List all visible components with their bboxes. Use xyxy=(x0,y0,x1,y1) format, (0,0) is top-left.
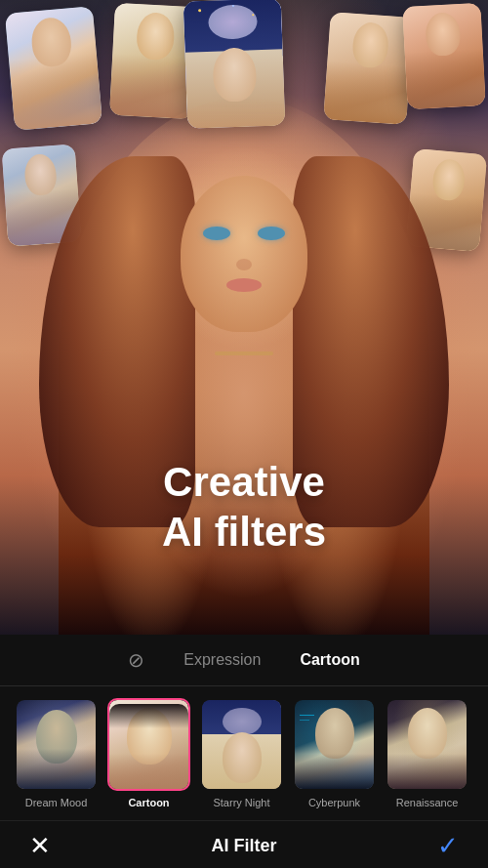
tab-expression[interactable]: Expression xyxy=(183,651,261,669)
filter-thumb-starry-night[interactable] xyxy=(200,698,283,791)
confirm-button[interactable]: ✓ xyxy=(437,831,459,861)
filter-label-cyberpunk: Cyberpunk xyxy=(308,797,360,808)
filter-art-cartoon xyxy=(109,700,188,789)
bottom-panel: ⊘ Expression Cartoon Dream Mood xyxy=(0,635,488,868)
tab-bar: ⊘ Expression Cartoon xyxy=(0,635,488,686)
filter-item-cartoon[interactable]: Cartoon xyxy=(107,698,190,808)
page-title: AI Filter xyxy=(211,836,276,856)
tab-cartoon[interactable]: Cartoon xyxy=(300,651,359,669)
filter-art-dream xyxy=(17,700,96,789)
text-overlay: Creative AI filters xyxy=(0,458,488,557)
filter-item-cyberpunk[interactable]: Cyberpunk xyxy=(293,698,376,808)
filter-thumb-renaissance[interactable] xyxy=(386,698,468,791)
filter-label-dream-mood: Dream Mood xyxy=(25,797,88,808)
main-image-area: Creative AI filters xyxy=(0,0,488,635)
hero-title-line2: AI filters xyxy=(0,508,488,557)
filter-item-renaissance[interactable]: Renaissance xyxy=(386,698,468,808)
action-bar: ✕ AI Filter ✓ xyxy=(0,820,488,868)
filter-label-cartoon: Cartoon xyxy=(128,797,169,808)
filter-row: Dream Mood Cartoon xyxy=(0,686,488,820)
filter-item-starry-night[interactable]: Starry Night xyxy=(200,698,283,808)
filter-thumb-cyberpunk[interactable] xyxy=(293,698,376,791)
filter-label-renaissance: Renaissance xyxy=(396,797,459,808)
filter-thumb-dream-mood[interactable] xyxy=(15,698,98,791)
floating-card-5 xyxy=(402,3,485,109)
close-button[interactable]: ✕ xyxy=(29,831,51,861)
card-art-5 xyxy=(402,3,485,109)
hero-title: Creative AI filters xyxy=(0,458,488,557)
filter-label-starry-night: Starry Night xyxy=(213,797,269,808)
filter-item-dream-mood[interactable]: Dream Mood xyxy=(15,698,98,808)
filter-art-cyber xyxy=(295,700,374,789)
filter-art-renais xyxy=(387,700,467,789)
hero-title-line1: Creative xyxy=(0,458,488,507)
ban-icon[interactable]: ⊘ xyxy=(128,648,144,672)
filter-thumb-cartoon[interactable] xyxy=(107,698,190,791)
filter-art-starry xyxy=(202,700,281,789)
